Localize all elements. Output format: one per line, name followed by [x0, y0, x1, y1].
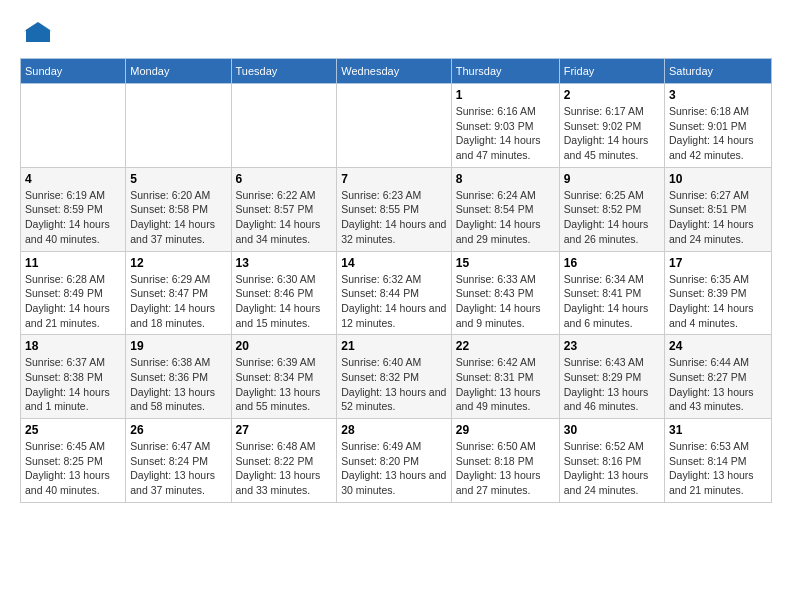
day-info: Sunrise: 6:42 AMSunset: 8:31 PMDaylight:… [456, 355, 555, 414]
day-cell: 17Sunrise: 6:35 AMSunset: 8:39 PMDayligh… [664, 251, 771, 335]
day-number: 30 [564, 423, 660, 437]
day-cell: 16Sunrise: 6:34 AMSunset: 8:41 PMDayligh… [559, 251, 664, 335]
day-info: Sunrise: 6:28 AMSunset: 8:49 PMDaylight:… [25, 272, 121, 331]
day-number: 9 [564, 172, 660, 186]
header-row: SundayMondayTuesdayWednesdayThursdayFrid… [21, 59, 772, 84]
day-cell [21, 84, 126, 168]
day-info: Sunrise: 6:30 AMSunset: 8:46 PMDaylight:… [236, 272, 333, 331]
page-header [20, 20, 772, 48]
day-cell [337, 84, 452, 168]
day-number: 20 [236, 339, 333, 353]
day-info: Sunrise: 6:53 AMSunset: 8:14 PMDaylight:… [669, 439, 767, 498]
day-number: 14 [341, 256, 447, 270]
day-cell: 9Sunrise: 6:25 AMSunset: 8:52 PMDaylight… [559, 167, 664, 251]
week-row-2: 4Sunrise: 6:19 AMSunset: 8:59 PMDaylight… [21, 167, 772, 251]
day-info: Sunrise: 6:29 AMSunset: 8:47 PMDaylight:… [130, 272, 226, 331]
day-number: 11 [25, 256, 121, 270]
day-info: Sunrise: 6:39 AMSunset: 8:34 PMDaylight:… [236, 355, 333, 414]
day-cell: 23Sunrise: 6:43 AMSunset: 8:29 PMDayligh… [559, 335, 664, 419]
day-cell: 7Sunrise: 6:23 AMSunset: 8:55 PMDaylight… [337, 167, 452, 251]
day-number: 6 [236, 172, 333, 186]
day-info: Sunrise: 6:25 AMSunset: 8:52 PMDaylight:… [564, 188, 660, 247]
day-cell: 12Sunrise: 6:29 AMSunset: 8:47 PMDayligh… [126, 251, 231, 335]
day-number: 5 [130, 172, 226, 186]
day-cell: 15Sunrise: 6:33 AMSunset: 8:43 PMDayligh… [451, 251, 559, 335]
day-number: 4 [25, 172, 121, 186]
day-cell: 5Sunrise: 6:20 AMSunset: 8:58 PMDaylight… [126, 167, 231, 251]
calendar-table: SundayMondayTuesdayWednesdayThursdayFrid… [20, 58, 772, 503]
day-info: Sunrise: 6:44 AMSunset: 8:27 PMDaylight:… [669, 355, 767, 414]
day-cell: 30Sunrise: 6:52 AMSunset: 8:16 PMDayligh… [559, 419, 664, 503]
day-cell: 27Sunrise: 6:48 AMSunset: 8:22 PMDayligh… [231, 419, 337, 503]
day-cell: 3Sunrise: 6:18 AMSunset: 9:01 PMDaylight… [664, 84, 771, 168]
day-cell [126, 84, 231, 168]
day-number: 7 [341, 172, 447, 186]
day-cell: 10Sunrise: 6:27 AMSunset: 8:51 PMDayligh… [664, 167, 771, 251]
day-cell: 26Sunrise: 6:47 AMSunset: 8:24 PMDayligh… [126, 419, 231, 503]
day-info: Sunrise: 6:34 AMSunset: 8:41 PMDaylight:… [564, 272, 660, 331]
day-cell: 13Sunrise: 6:30 AMSunset: 8:46 PMDayligh… [231, 251, 337, 335]
week-row-4: 18Sunrise: 6:37 AMSunset: 8:38 PMDayligh… [21, 335, 772, 419]
day-cell: 25Sunrise: 6:45 AMSunset: 8:25 PMDayligh… [21, 419, 126, 503]
day-cell: 22Sunrise: 6:42 AMSunset: 8:31 PMDayligh… [451, 335, 559, 419]
day-number: 12 [130, 256, 226, 270]
day-cell [231, 84, 337, 168]
day-number: 31 [669, 423, 767, 437]
day-cell: 11Sunrise: 6:28 AMSunset: 8:49 PMDayligh… [21, 251, 126, 335]
day-info: Sunrise: 6:22 AMSunset: 8:57 PMDaylight:… [236, 188, 333, 247]
day-number: 15 [456, 256, 555, 270]
day-info: Sunrise: 6:37 AMSunset: 8:38 PMDaylight:… [25, 355, 121, 414]
day-number: 3 [669, 88, 767, 102]
day-info: Sunrise: 6:20 AMSunset: 8:58 PMDaylight:… [130, 188, 226, 247]
day-info: Sunrise: 6:18 AMSunset: 9:01 PMDaylight:… [669, 104, 767, 163]
day-number: 24 [669, 339, 767, 353]
day-number: 26 [130, 423, 226, 437]
day-number: 27 [236, 423, 333, 437]
day-number: 25 [25, 423, 121, 437]
day-cell: 14Sunrise: 6:32 AMSunset: 8:44 PMDayligh… [337, 251, 452, 335]
day-cell: 28Sunrise: 6:49 AMSunset: 8:20 PMDayligh… [337, 419, 452, 503]
day-number: 8 [456, 172, 555, 186]
week-row-5: 25Sunrise: 6:45 AMSunset: 8:25 PMDayligh… [21, 419, 772, 503]
day-info: Sunrise: 6:45 AMSunset: 8:25 PMDaylight:… [25, 439, 121, 498]
day-info: Sunrise: 6:24 AMSunset: 8:54 PMDaylight:… [456, 188, 555, 247]
day-number: 16 [564, 256, 660, 270]
day-cell: 1Sunrise: 6:16 AMSunset: 9:03 PMDaylight… [451, 84, 559, 168]
day-info: Sunrise: 6:40 AMSunset: 8:32 PMDaylight:… [341, 355, 447, 414]
day-info: Sunrise: 6:19 AMSunset: 8:59 PMDaylight:… [25, 188, 121, 247]
day-number: 29 [456, 423, 555, 437]
day-number: 19 [130, 339, 226, 353]
svg-marker-0 [26, 22, 50, 42]
day-info: Sunrise: 6:16 AMSunset: 9:03 PMDaylight:… [456, 104, 555, 163]
week-row-3: 11Sunrise: 6:28 AMSunset: 8:49 PMDayligh… [21, 251, 772, 335]
logo-icon [24, 20, 52, 48]
col-header-tuesday: Tuesday [231, 59, 337, 84]
day-info: Sunrise: 6:48 AMSunset: 8:22 PMDaylight:… [236, 439, 333, 498]
day-info: Sunrise: 6:17 AMSunset: 9:02 PMDaylight:… [564, 104, 660, 163]
day-number: 2 [564, 88, 660, 102]
col-header-wednesday: Wednesday [337, 59, 452, 84]
day-cell: 29Sunrise: 6:50 AMSunset: 8:18 PMDayligh… [451, 419, 559, 503]
day-number: 28 [341, 423, 447, 437]
day-number: 22 [456, 339, 555, 353]
day-cell: 2Sunrise: 6:17 AMSunset: 9:02 PMDaylight… [559, 84, 664, 168]
day-number: 17 [669, 256, 767, 270]
logo [20, 20, 52, 48]
day-info: Sunrise: 6:23 AMSunset: 8:55 PMDaylight:… [341, 188, 447, 247]
day-cell: 6Sunrise: 6:22 AMSunset: 8:57 PMDaylight… [231, 167, 337, 251]
day-info: Sunrise: 6:38 AMSunset: 8:36 PMDaylight:… [130, 355, 226, 414]
day-number: 18 [25, 339, 121, 353]
day-number: 23 [564, 339, 660, 353]
day-info: Sunrise: 6:27 AMSunset: 8:51 PMDaylight:… [669, 188, 767, 247]
day-cell: 21Sunrise: 6:40 AMSunset: 8:32 PMDayligh… [337, 335, 452, 419]
day-info: Sunrise: 6:49 AMSunset: 8:20 PMDaylight:… [341, 439, 447, 498]
col-header-saturday: Saturday [664, 59, 771, 84]
day-info: Sunrise: 6:43 AMSunset: 8:29 PMDaylight:… [564, 355, 660, 414]
day-info: Sunrise: 6:35 AMSunset: 8:39 PMDaylight:… [669, 272, 767, 331]
day-cell: 8Sunrise: 6:24 AMSunset: 8:54 PMDaylight… [451, 167, 559, 251]
day-cell: 24Sunrise: 6:44 AMSunset: 8:27 PMDayligh… [664, 335, 771, 419]
day-cell: 4Sunrise: 6:19 AMSunset: 8:59 PMDaylight… [21, 167, 126, 251]
day-cell: 18Sunrise: 6:37 AMSunset: 8:38 PMDayligh… [21, 335, 126, 419]
col-header-thursday: Thursday [451, 59, 559, 84]
col-header-friday: Friday [559, 59, 664, 84]
